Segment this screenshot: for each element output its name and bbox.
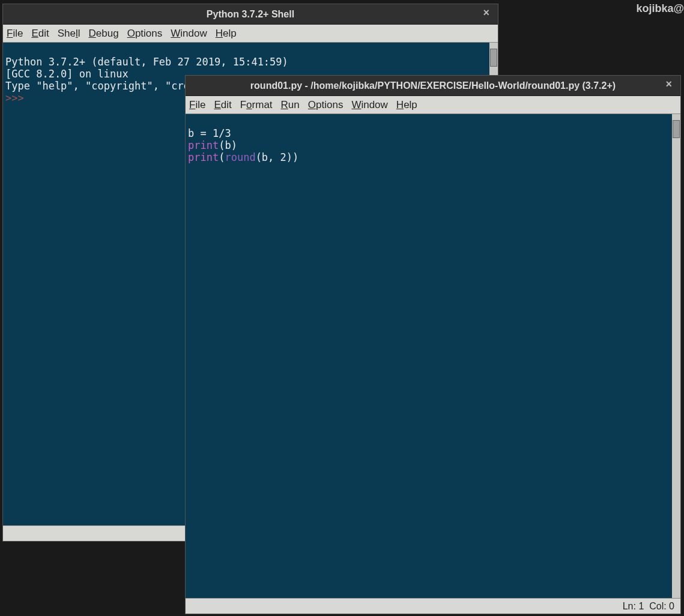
close-icon[interactable]: × — [479, 7, 493, 19]
editor-statusbar: Ln: 1 Col: 0 — [186, 598, 680, 614]
menu-debug[interactable]: Debug — [89, 28, 119, 40]
shell-titlebar[interactable]: Python 3.7.2+ Shell × — [3, 4, 498, 25]
shell-line: Python 3.7.2+ (default, Feb 27 2019, 15:… — [5, 56, 294, 68]
editor-titlebar[interactable]: round01.py - /home/kojibka/PYTHON/EXERCI… — [186, 76, 680, 96]
code-token-round: round — [225, 151, 255, 163]
code-editor-area[interactable]: b = 1/3 print(b) print(round(b, 2)) — [186, 114, 680, 598]
menu-edit[interactable]: Edit — [214, 99, 231, 111]
shell-line: [GCC 8.2.0] on linux — [5, 68, 129, 80]
menu-format[interactable]: Format — [240, 99, 273, 111]
desktop-session-label: kojibka@ — [636, 0, 684, 18]
code-token: ( — [219, 151, 225, 163]
menu-shell[interactable]: Shell — [58, 28, 80, 40]
editor-menubar: File Edit Format Run Options Window Help — [186, 96, 680, 114]
status-col-value: 0 — [669, 601, 674, 612]
code-token: (b, 2)) — [256, 151, 299, 163]
menu-options[interactable]: Options — [127, 28, 163, 40]
scrollbar-thumb[interactable] — [490, 49, 497, 67]
menu-edit[interactable]: Edit — [31, 28, 49, 40]
scrollbar-vertical[interactable] — [672, 114, 680, 598]
shell-menubar: File Edit Shell Debug Options Window Hel… — [3, 25, 498, 43]
menu-file[interactable]: File — [7, 28, 23, 40]
code-token: (b) — [219, 139, 237, 151]
menu-file[interactable]: File — [189, 99, 205, 111]
code-token-print: print — [188, 151, 219, 163]
menu-run[interactable]: Run — [281, 99, 300, 111]
editor-window[interactable]: round01.py - /home/kojibka/PYTHON/EXERCI… — [185, 75, 681, 614]
menu-help[interactable]: Help — [216, 28, 237, 40]
code-line: b = 1/3 — [188, 127, 231, 139]
shell-prompt: >>> — [5, 92, 30, 104]
menu-window[interactable]: Window — [351, 99, 387, 111]
menu-window[interactable]: Window — [171, 28, 207, 40]
scrollbar-thumb[interactable] — [673, 120, 680, 138]
status-line-value: 1 — [638, 601, 644, 612]
editor-title: round01.py - /home/kojibka/PYTHON/EXERCI… — [250, 80, 616, 91]
shell-line: Type "help", "copyright", "cre — [5, 80, 190, 92]
close-icon[interactable]: × — [662, 78, 676, 91]
status-col-label: Col: — [649, 601, 666, 612]
status-line-label: Ln: — [623, 601, 636, 612]
code-token-print: print — [188, 139, 219, 151]
menu-options[interactable]: Options — [308, 99, 344, 111]
shell-title: Python 3.7.2+ Shell — [207, 9, 294, 20]
menu-help[interactable]: Help — [396, 99, 417, 111]
